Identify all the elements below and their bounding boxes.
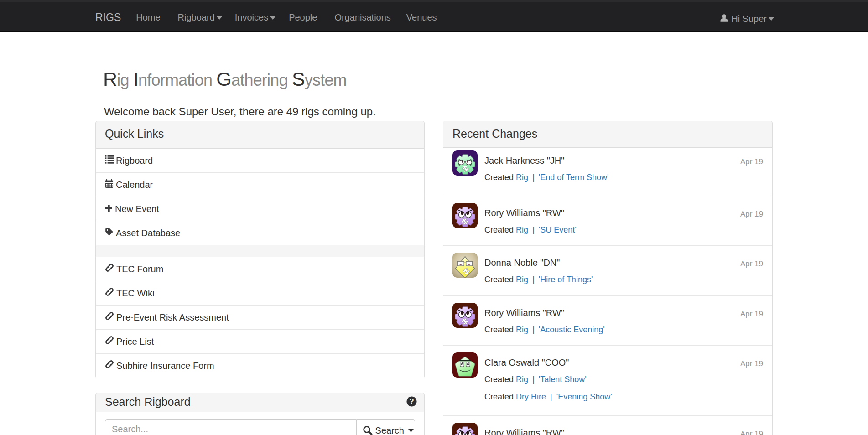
- svg-text:?: ?: [409, 397, 414, 406]
